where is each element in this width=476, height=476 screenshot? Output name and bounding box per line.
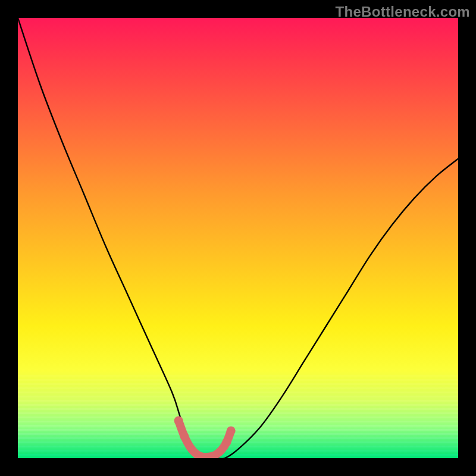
gradient-banding — [18, 375, 458, 458]
svg-point-1 — [180, 432, 189, 441]
bottleneck-curve — [18, 18, 458, 458]
chart-frame: TheBottleneck.com — [0, 0, 476, 476]
curve-layer — [18, 18, 458, 458]
svg-point-3 — [227, 427, 236, 436]
plot-area — [18, 18, 458, 458]
svg-point-0 — [174, 416, 183, 425]
valley-marker — [174, 416, 236, 458]
watermark-text: TheBottleneck.com — [336, 4, 470, 20]
svg-point-2 — [222, 438, 231, 447]
